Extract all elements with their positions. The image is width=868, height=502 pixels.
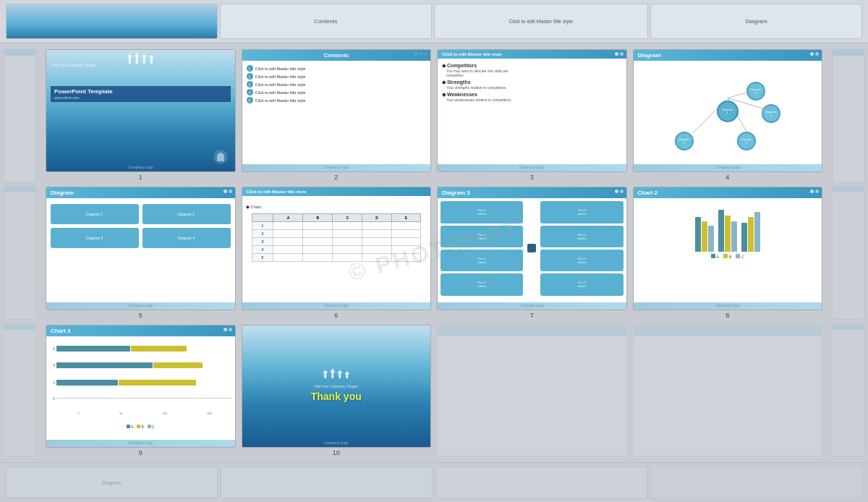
slide-wrapper-8: Chart 2 (633, 187, 823, 318)
left-ghost-3 (4, 323, 36, 456)
slide-wrapper-empty-1 (437, 325, 627, 456)
left-ghost-1 (4, 49, 36, 182)
slide1-company: Company Logo (128, 165, 153, 169)
diag3-box-6: Post 6subtext (441, 273, 523, 295)
right-ghost-3 (832, 323, 864, 456)
chart3-legend: A B C (49, 425, 232, 429)
slide10-company: Company Logo (324, 441, 349, 445)
diag3-box-1: Post 1subtext (441, 201, 523, 223)
diagram-box-4: Diagram 4 (142, 228, 231, 248)
bottom-ghost-3 (435, 467, 647, 498)
diag3-center (527, 244, 536, 252)
top-ghost-3: Click to edit Master title style (434, 4, 649, 39)
slide7-header: Diagram 3 (438, 187, 626, 198)
slide1-subtitle: www.allool.com (54, 95, 227, 100)
slide-thumb-9[interactable]: Chart 3 6 4 (46, 325, 236, 448)
left-ghost-2 (4, 186, 36, 319)
slide-wrapper-9: Chart 3 6 4 (46, 325, 236, 456)
contents-item-5: 5Click to edit Master title style (247, 97, 427, 103)
weaknesses-section: ◆ Weaknesses Your weaknesses relative to… (442, 92, 622, 102)
slide-thumb-1[interactable]: Add Your Company Slogan PowerPoint Templ… (46, 49, 236, 172)
diag3-box-3: Post 3subtext (441, 226, 523, 247)
bar-chart (637, 201, 820, 252)
diag3-box-6b: Post 6subtext (540, 273, 623, 295)
slide-thumb-4[interactable]: Diagram Diagram1 Diagram2 Diagram3 Diagr… (633, 49, 823, 172)
slide-number-4: 4 (633, 172, 823, 181)
diagram-boxes-grid: Diagram 1 Diagram 2 Diagram 3 Diagram 4 (46, 198, 235, 254)
bottom-ghost-1: Diagram (6, 467, 218, 498)
contents-item-1: 1Click to edit Master title style (247, 65, 427, 72)
slide-number-3: 3 (437, 172, 627, 181)
diag3-box-4: Post 4subtext (540, 226, 623, 247)
slide-wrapper-10: Add Your Company Slogan Thank you Compan… (242, 325, 432, 456)
slide-number-7: 7 (437, 310, 627, 319)
slide9-header: Chart 3 (46, 326, 235, 336)
slide-thumb-10[interactable]: Add Your Company Slogan Thank you Compan… (242, 325, 432, 448)
top-ghost-2: Contents (220, 4, 432, 39)
slide-thumb-7[interactable]: Diagram 3 Post 1subtext Post 3subtext Po… (437, 187, 627, 310)
diagram-box-1: Diagram 1 (51, 204, 139, 224)
chart3-area: 6 4 2 (46, 336, 235, 436)
diagram3-layout: Post 1subtext Post 3subtext Post 5subtex… (438, 198, 626, 298)
diag3-box-5: Post 5subtext (441, 250, 523, 271)
slide-number-6: 6 (242, 310, 432, 319)
strengths-section: ◆ Strengths Your strengths relative to c… (442, 80, 622, 90)
slide-thumb-2[interactable]: Contents 1Click to edit Master title sty… (242, 49, 432, 172)
diagram-box-3: Diagram 3 (51, 228, 139, 248)
diag3-box-2: Post 2subtext (540, 201, 623, 223)
chart2-legend: A B C (637, 254, 820, 259)
slide1-figure (213, 150, 228, 164)
contents-item-3: 3Click to edit Master title style (247, 81, 427, 88)
bottom-ghost-2 (221, 467, 433, 498)
slide-wrapper-7: Diagram 3 Post 1subtext Post 3subtext Po… (437, 187, 627, 318)
slide8-header: Chart 2 (634, 187, 822, 198)
right-ghost-2 (832, 186, 864, 319)
competitors-section: ◆ Competitors You may want to allocate o… (442, 63, 622, 77)
slide-wrapper-6: Click to edit Master title style ◆ Chart… (242, 187, 432, 318)
hbar-row-2: 4 (49, 362, 232, 368)
slide6-header: Click to edit Master title style (242, 187, 431, 196)
slide-wrapper-empty-2 (633, 325, 823, 456)
slide-number-10: 10 (242, 448, 432, 456)
diag3-box-5b: Post 5subtext (540, 250, 623, 271)
slide-number-8: 8 (633, 310, 823, 319)
diagram-circles-area: Diagram1 Diagram2 Diagram3 Diagram4 Diag… (634, 61, 822, 166)
slide-number-9: 9 (46, 448, 236, 456)
slide10-title: Thank you (311, 391, 362, 402)
slide4-header: Diagram (634, 50, 822, 61)
slide1-title: PowerPoint Template (54, 88, 227, 95)
slide-wrapper-4: Diagram Diagram1 Diagram2 Diagram3 Diagr… (633, 49, 823, 181)
hbar-row-3: 2 (49, 380, 232, 386)
slide1-slogan: Add Your Company Slogan (52, 63, 229, 67)
slide-thumb-8[interactable]: Chart 2 (633, 187, 823, 310)
right-ghost-1 (832, 49, 864, 182)
slide-thumb-3[interactable]: Click to edit Master title style ◆ Compe… (437, 49, 627, 172)
slide-wrapper-2: Contents 1Click to edit Master title sty… (242, 49, 432, 181)
slide-wrapper-5: Diagram Diagram 1 Diagram 2 Diagram 3 Di… (46, 187, 236, 318)
top-ghost-1 (6, 4, 218, 39)
slide-number-5: 5 (46, 310, 236, 319)
slide10-slogan: Add Your Company Slogan (315, 384, 358, 388)
slide-number-2: 2 (242, 172, 432, 181)
slide-wrapper-3: Click to edit Master title style ◆ Compe… (437, 49, 627, 181)
slide-wrapper-1: Add Your Company Slogan PowerPoint Templ… (46, 49, 236, 181)
slide-thumb-5[interactable]: Diagram Diagram 1 Diagram 2 Diagram 3 Di… (46, 187, 236, 310)
slide-thumb-6[interactable]: Click to edit Master title style ◆ Chart… (242, 187, 432, 310)
slide3-header: Click to edit Master title style (438, 50, 626, 59)
hbar-row-4: 0 (49, 396, 232, 401)
slide2-header: Contents (242, 50, 431, 61)
slide-number-1: 1 (46, 172, 236, 181)
hbar-row-1: 6 (49, 346, 232, 352)
chart-table: A B C D E 1 2 3 4 5 (252, 213, 421, 262)
diagram-box-2: Diagram 2 (142, 204, 231, 224)
slide6-chart-label: ◆ Chart (242, 196, 431, 213)
slide5-header: Diagram (46, 187, 235, 198)
contents-item-2: 2Click to edit Master title style (247, 73, 427, 80)
chart2-area: A B C (634, 198, 822, 298)
slide1-title-box: PowerPoint Template www.allool.com (51, 86, 231, 102)
top-ghost-4: Diagram (650, 4, 862, 39)
bottom-ghost-4 (650, 467, 862, 498)
contents-item-4: 4Click to edit Master title style (247, 89, 427, 95)
